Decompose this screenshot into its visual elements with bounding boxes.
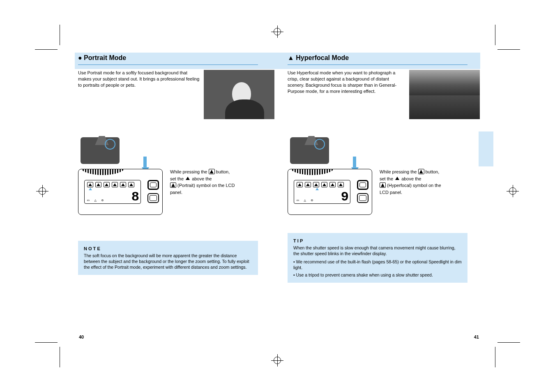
self-timer-button (147, 193, 159, 203)
crop-mark (60, 347, 60, 367)
registration-mark (271, 354, 283, 367)
subject-program-button (357, 180, 368, 190)
registration-mark (271, 25, 283, 38)
subject-program-button (147, 180, 159, 190)
button-highlight-circle (314, 139, 325, 150)
crop-mark (35, 342, 58, 343)
manual-page-left: ● Portrait Mode Use Portrait mode for a … (78, 54, 274, 341)
pointer-triangle-icon (395, 177, 399, 180)
lcd-panel: ▭△⊙ 9 (288, 169, 372, 215)
self-timer-button (357, 193, 368, 203)
sample-photo-landscape (409, 70, 480, 119)
lcd-panel: ▭△⊙ 8 (78, 169, 163, 215)
section-tab (479, 131, 493, 166)
camera-illustration: ▭△⊙ 8 (78, 134, 164, 226)
intro-text: Use Portrait mode for a softly focused b… (78, 70, 200, 119)
button-highlight-circle (105, 139, 115, 150)
note-box: N O T E The soft focus on the background… (78, 241, 258, 275)
manual-page-right: ▲ Hyperfocal Mode Use Hyperfocal mode wh… (283, 54, 480, 341)
registration-mark (36, 185, 48, 197)
page-title: ● Portrait Mode (78, 54, 274, 63)
title-rule (288, 65, 467, 65)
selection-pointer-icon (315, 188, 319, 190)
subject-program-button-icon (209, 169, 215, 174)
hyperfocal-mode-icon (380, 182, 386, 188)
mode-icon-row (297, 182, 344, 187)
subject-program-button-icon (418, 169, 424, 174)
frame-counter: 8 (131, 189, 138, 205)
intro-text: Use Hyperfocal mode when you want to pho… (288, 70, 405, 119)
registration-mark (507, 185, 519, 197)
crop-mark (495, 347, 495, 367)
crop-mark (495, 25, 495, 45)
step-instructions: While pressing the button, set the above… (170, 134, 235, 196)
page-number: 40 (79, 334, 84, 339)
crop-mark (497, 49, 520, 50)
hyperfocal-mode-icon: ▲ (288, 54, 294, 61)
sample-photo-portrait (204, 70, 274, 119)
camera-illustration: ▭△⊙ 9 (288, 134, 374, 226)
portrait-mode-icon: ● (78, 54, 82, 61)
tip-box: T I P When the shutter speed is slow eno… (288, 233, 467, 283)
pointer-triangle-icon (186, 177, 190, 180)
title-rule (78, 65, 258, 65)
selection-pointer-icon (89, 188, 92, 190)
page-number: 41 (470, 334, 479, 339)
frame-counter: 9 (341, 189, 348, 205)
step-instructions: While pressing the button, set the above… (380, 134, 441, 196)
crop-mark (60, 25, 60, 45)
mode-icon-row (87, 182, 134, 187)
crop-mark (35, 49, 58, 50)
crop-mark (497, 342, 520, 343)
portrait-mode-icon (170, 182, 176, 188)
page-title: ▲ Hyperfocal Mode (283, 54, 480, 63)
